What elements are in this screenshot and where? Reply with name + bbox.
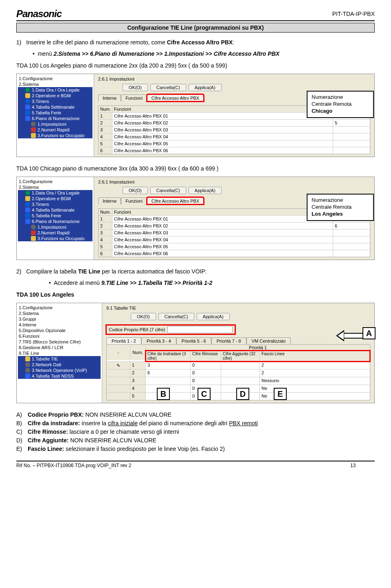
tree-sistema[interactable]: 2.Sistema [18,81,92,87]
cell [333,147,370,154]
table-row[interactable]: 30Nessuno [107,377,370,385]
cell [333,243,370,250]
cancel-button[interactable]: Cancella(C) [150,84,186,91]
tree-s3-label: 3.Timers [32,202,49,207]
tree-8[interactable]: 8.Gestione ARS / LCR [18,345,101,350]
lg-a-b: Codice Proprio PBX: [28,411,84,418]
tree-1[interactable]: 1.Configurazione [18,305,101,310]
tree-timers[interactable]: 3.Timers [18,201,92,207]
tree-occupato[interactable]: 3.Funzioni su Occupato [18,133,92,138]
table-row[interactable]: 6Cifre Accesso Altro PBX 06 [99,147,370,154]
codice-input[interactable] [167,326,233,333]
tree-imp[interactable]: 1.Impostazioni [18,224,92,230]
tree-numeri[interactable]: 2.Numeri Rapidi [18,127,92,133]
cell [221,369,260,377]
tree-settimanale[interactable]: 4.Tabella Settimanale [18,104,92,110]
tree-imp[interactable]: 1.Impostazioni [18,121,92,127]
tree-operatore[interactable]: 2.Operatore e BGM [18,93,92,98]
tree-s1-label: 1.Data Ora / Ora Legale [32,190,79,195]
cell: Cifre Accesso Altro PBX 01 [112,216,333,222]
tree-piano[interactable]: 6.Piano di Numerazione [18,116,92,121]
tree-7[interactable]: 7.TRS (Blocco Selezione Cifre) [18,339,101,345]
tab-funzioni[interactable]: Funzioni [121,94,147,101]
cell: Cifre Accesso Altro PBX 01 [112,113,333,119]
doc-code: PIT-TDA-IP-PBX [332,11,375,17]
lg-c-b: Cifre Rimosse: [28,428,68,435]
tree-4[interactable]: 4.Interne [18,322,101,328]
ok-button[interactable]: OK(O) [123,84,148,91]
tab-p34[interactable]: Priorità 3 - 4 [141,337,176,344]
tree-tabelle-tie[interactable]: 1.Tabelle TIE [18,356,101,362]
table2-icon [25,219,30,224]
cancel-button[interactable]: Cancella(C) [158,313,194,320]
ok-button[interactable]: OK(O) [131,313,156,320]
table-row[interactable]: 2602 [107,369,370,377]
tree-3[interactable]: 3.Gruppi [18,316,101,322]
tab-cifre[interactable]: Cifre Accesso Altro PBX [147,197,204,204]
lg-e-l: E) [16,445,28,453]
tree-network-dati[interactable]: 2.Network Dati [18,362,101,367]
list-icon [25,213,30,218]
cell: 6 [99,147,112,154]
label-d: D [236,388,249,400]
table-row[interactable]: 4Cifre Accesso Altro PBX 04 [99,236,370,243]
tree-timers[interactable]: 3.Timers [18,98,92,104]
cell: Cifre Accesso Altro PBX 05 [112,140,333,147]
cancel-button[interactable]: Cancella(C) [150,187,186,194]
apply-button[interactable]: Applica(A) [197,313,230,320]
table-row[interactable]: ✎1302 [107,361,370,369]
table-row[interactable]: 3Cifre Accesso Altro PBX 03 [99,127,370,133]
table-row[interactable]: 3Cifre Accesso Altro PBX 03 [99,230,370,236]
tree-network-op[interactable]: 3.Network Operatore (VoIP) [18,367,101,373]
apply-button[interactable]: Applica(A) [189,187,222,194]
tab-p78[interactable]: Priorità 7 - 8 [211,337,246,344]
tab-p56[interactable]: Priorità 5 - 6 [176,337,211,344]
tree-2[interactable]: 2.Sistema [18,310,101,316]
cell [333,133,370,140]
tree-ferie[interactable]: 5.Tabella Ferie [18,110,92,116]
pane-title: 2.6.1 Impostazioni [98,179,370,184]
tree-ferie[interactable]: 5.Tabella Ferie [18,213,92,219]
table-row[interactable]: 6Cifre Accesso Altro PBX 06 [99,250,370,257]
tree-config[interactable]: 1.Configurazione [18,179,92,184]
tree-config[interactable]: 1.Configurazione [18,76,92,81]
tree-settimanale[interactable]: 4.Tabella Settimanale [18,207,92,213]
doc-icon [31,133,36,138]
table-row[interactable]: 4Cifre Accesso Altro PBX 04 [99,133,370,140]
tab-vm[interactable]: VM Centralizzato [246,337,291,344]
cell: 4 [99,133,112,140]
tree-s2b: 2.Network Dati [32,362,61,367]
apply-button[interactable]: Applica(A) [189,84,222,91]
tree-data-ora[interactable]: 1.Data Ora / Ora Legale [18,87,92,93]
tree-occupato[interactable]: 3.Funzioni su Occupato [18,236,92,241]
tree-ndss[interactable]: 4.Tabella Tasti NDSS [18,373,101,379]
table-row[interactable]: 5Cifre Accesso Altro PBX 05 [99,243,370,250]
tab-interne[interactable]: Interne [98,94,121,101]
cell: 2 [260,362,370,369]
ok-button[interactable]: OK(O) [123,187,148,194]
tab-cifre[interactable]: Cifre Accesso Altro PBX [147,94,204,101]
cell: Cifre Accesso Altro PBX 04 [112,133,333,140]
tree-s3-label: 3.Timers [32,99,49,104]
tab-p12[interactable]: Priorità 1 - 2 [106,337,141,344]
cell [333,250,370,257]
tab-interne[interactable]: Interne [98,197,121,204]
tree-sistema[interactable]: 2.Sistema [18,184,92,190]
tab-funzioni[interactable]: Funzioni [121,197,147,204]
tree-6[interactable]: 6.Funzioni [18,333,101,339]
tree-piano[interactable]: 6.Piano di Numerazione [18,219,92,224]
tree-data-ora[interactable]: 1.Data Ora / Ora Legale [18,190,92,196]
cell: 1 [130,362,146,369]
cell: 2 [260,369,370,377]
tree-numeri[interactable]: 2.Numeri Rapidi [18,230,92,236]
tree-5[interactable]: 5.Dispositivo Opzionale [18,328,101,333]
tree-ss1-label: 1.Impostazioni [37,122,66,127]
globe-icon [25,87,30,92]
tree-9[interactable]: 9.TIE Line [18,350,101,356]
table-row[interactable]: 2Cifre Accesso Altro PBX 025 [99,120,370,127]
step1-bullet-b: 2.Sistema >> 6.Piano di Numerazione >> 1… [54,50,280,57]
tree-ss2-label: 2.Numeri Rapidi [37,230,70,235]
table-row[interactable]: 5Cifre Accesso Altro PBX 05 [99,140,370,147]
table-row[interactable]: 2Cifre Accesso Altro PBX 026 [99,223,370,230]
tree-operatore[interactable]: 2.Operatore e BGM [18,196,92,201]
